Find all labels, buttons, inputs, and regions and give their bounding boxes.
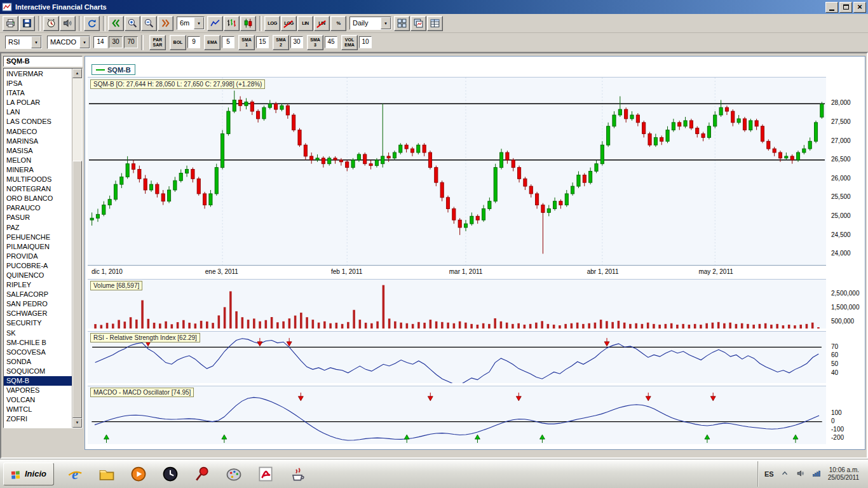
quicklaunch-acrobat[interactable]	[251, 461, 280, 487]
symbol-item-vapores[interactable]: VAPORES	[4, 386, 72, 395]
start-button[interactable]: Inicio	[3, 463, 54, 485]
interval-select-arrow-icon[interactable]: ▼	[381, 17, 391, 29]
candlestick-chart-button[interactable]	[240, 16, 256, 31]
sma2-button[interactable]: SMA2	[273, 35, 289, 50]
macd-chart[interactable]	[88, 386, 826, 444]
symbol-list-scrollbar[interactable]: ▲ ▼	[72, 69, 82, 428]
symbol-item-oro-blanco[interactable]: ORO BLANCO	[4, 194, 72, 203]
symbol-item-melon[interactable]: MELON	[4, 156, 72, 165]
quicklaunch-clock[interactable]	[156, 461, 185, 487]
rsi-oversold-field[interactable]: 30	[109, 36, 123, 48]
alerts-button[interactable]	[43, 16, 59, 31]
quicklaunch-java[interactable]	[283, 461, 312, 487]
symbol-item-ripley[interactable]: RIPLEY	[4, 280, 72, 290]
symbol-item-schwager[interactable]: SCHWAGER	[4, 309, 72, 318]
symbol-item-soquicom[interactable]: SOQUICOM	[4, 367, 72, 376]
volume-chart[interactable]	[88, 279, 826, 329]
compare-button[interactable]	[410, 16, 426, 31]
rsi-period-field[interactable]: 14	[93, 36, 107, 48]
quicklaunch-media-player[interactable]	[124, 461, 153, 487]
symbol-item-las-condes[interactable]: LAS CONDES	[4, 117, 72, 126]
symbol-item-sm-chile-b[interactable]: SM-CHILE B	[4, 338, 72, 348]
symbol-item-pehuenche[interactable]: PEHUENCHE	[4, 233, 72, 242]
sma3-button[interactable]: SMA3	[307, 35, 323, 50]
symbol-item-pucobre-a[interactable]: PUCOBRE-A	[4, 261, 72, 271]
sma2-value-field[interactable]: 30	[290, 36, 303, 48]
symbol-item-sqm-b[interactable]: SQM-B	[4, 376, 72, 386]
scroll-up-button[interactable]: ▲	[72, 69, 82, 78]
interval-select[interactable]: Daily▼	[349, 17, 391, 30]
scroll-right-button[interactable]	[158, 16, 173, 31]
quicklaunch-folder[interactable]	[92, 461, 121, 487]
symbol-item-multifoods[interactable]: MULTIFOODS	[4, 175, 72, 184]
linear-scale-off-button[interactable]: LIN	[314, 16, 330, 31]
symbol-item-wmtcl[interactable]: WMTCL	[4, 405, 72, 414]
period-select[interactable]: 6m▼	[177, 17, 205, 30]
quicklaunch-internet-explorer[interactable]: e	[60, 461, 90, 487]
ohlc-chart-button[interactable]	[224, 16, 240, 31]
volume-tray-icon[interactable]	[796, 469, 806, 478]
ema-button[interactable]: EMA	[204, 35, 220, 50]
percent-scale-button[interactable]: %	[330, 16, 346, 31]
vol-ema-value-field[interactable]: 10	[359, 36, 372, 48]
symbol-item-zofri[interactable]: ZOFRI	[4, 414, 72, 424]
log-scale-off-button[interactable]: LOG	[281, 16, 297, 31]
close-button[interactable]: ×	[853, 2, 866, 13]
symbol-item-masisa[interactable]: MASISA	[4, 146, 72, 156]
symbol-item-volcan[interactable]: VOLCAN	[4, 395, 72, 405]
linear-scale-button[interactable]: LIN	[297, 16, 313, 31]
symbol-item-security[interactable]: SECURITY	[4, 318, 72, 328]
sma3-value-field[interactable]: 45	[325, 36, 337, 48]
ema-value-field[interactable]: 5	[222, 36, 234, 48]
tray-clock[interactable]: 10:06 a.m. 25/05/2011	[828, 466, 859, 482]
zoom-in-button[interactable]	[125, 16, 140, 31]
symbol-item-madeco[interactable]: MADECO	[4, 127, 72, 137]
data-table-button[interactable]	[427, 16, 443, 31]
symbol-item-lan[interactable]: LAN	[4, 107, 72, 117]
print-chart-button[interactable]	[3, 16, 18, 31]
symbol-item-quinenco[interactable]: QUINENCO	[4, 271, 72, 280]
bollinger-button[interactable]: BOL	[170, 35, 186, 50]
symbol-item-paz[interactable]: PAZ	[4, 223, 72, 233]
refresh-button[interactable]	[84, 16, 100, 31]
symbol-item-nortegran[interactable]: NORTEGRAN	[4, 184, 72, 194]
hide-icons-chevron-icon[interactable]	[780, 469, 790, 478]
quicklaunch-pushpin[interactable]	[187, 461, 217, 487]
line-chart-button[interactable]	[207, 16, 223, 31]
sma1-button[interactable]: SMA1	[238, 35, 255, 50]
oscillator1-select-arrow-icon[interactable]: ▼	[31, 36, 41, 48]
symbol-item-pasur[interactable]: PASUR	[4, 213, 72, 222]
oscillator2-select[interactable]: MACDO▼	[47, 36, 90, 49]
scroll-left-button[interactable]	[108, 16, 124, 31]
language-indicator[interactable]: ES	[764, 470, 774, 478]
maximize-button[interactable]	[839, 2, 852, 13]
symbol-item-minera[interactable]: MINERA	[4, 165, 72, 175]
oscillator1-select[interactable]: RSI▼	[5, 36, 42, 49]
price-chart[interactable]	[88, 77, 826, 265]
rsi-overbought-field[interactable]: 70	[124, 36, 138, 48]
save-chart-button[interactable]	[19, 16, 35, 31]
symbol-item-itata[interactable]: ITATA	[4, 88, 72, 98]
symbol-item-salfacorp[interactable]: SALFACORP	[4, 290, 72, 299]
symbol-item-la-polar[interactable]: LA POLAR	[4, 98, 72, 107]
quicklaunch-paint[interactable]	[219, 461, 248, 487]
minimize-button[interactable]	[825, 2, 838, 13]
scrollbar-thumb[interactable]	[72, 161, 82, 418]
symbol-item-invermar[interactable]: INVERMAR	[4, 69, 72, 79]
symbol-item-provida[interactable]: PROVIDA	[4, 252, 72, 261]
symbol-item-pilmaiquen[interactable]: PILMAIQUEN	[4, 242, 72, 252]
symbol-item-sk[interactable]: SK	[4, 329, 72, 338]
symbol-item-socovesa[interactable]: SOCOVESA	[4, 348, 72, 357]
symbol-display[interactable]: SQM-B	[3, 56, 83, 67]
sound-button[interactable]	[60, 16, 76, 31]
symbol-item-sonda[interactable]: SONDA	[4, 357, 72, 367]
par-sar-button[interactable]: PARSAR	[149, 35, 166, 50]
log-scale-button[interactable]: LOG	[264, 16, 280, 31]
tile-charts-button[interactable]	[394, 16, 410, 31]
symbol-item-san-pedro[interactable]: SAN PEDRO	[4, 299, 72, 309]
scroll-down-button[interactable]: ▼	[72, 418, 82, 428]
period-select-arrow-icon[interactable]: ▼	[194, 17, 204, 29]
zoom-out-button[interactable]	[141, 16, 157, 31]
sma1-value-field[interactable]: 15	[256, 36, 269, 48]
vol-ema-button[interactable]: VOLEMA	[341, 35, 358, 50]
